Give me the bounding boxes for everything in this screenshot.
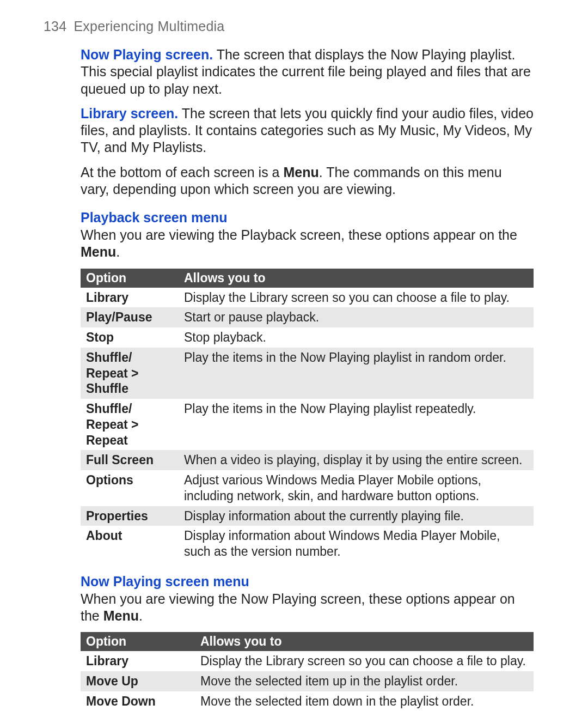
intro-now-playing-menu: When you are viewing the Now Playing scr… [81,591,534,625]
intro2-pre: When you are viewing the Now Playing scr… [81,591,515,623]
lead-now-playing: Now Playing screen. [81,47,213,62]
col-allows: Allows you to [179,269,534,288]
body: Now Playing screen. The screen that disp… [81,46,534,712]
cell-option: Move Down [81,691,195,712]
table-header-row: Option Allows you to [81,269,534,288]
para-now-playing-screen: Now Playing screen. The screen that disp… [81,46,534,98]
intro1-pre: When you are viewing the Playback screen… [81,227,517,242]
cell-option: Move Up [81,671,195,691]
menu-note-pre: At the bottom of each screen is a [81,165,283,180]
table-playback-menu: Option Allows you to Library Display the… [81,269,534,562]
table-row: Stop Stop playback. [81,327,534,348]
table-row: Properties Display information about the… [81,506,534,526]
cell-desc: Start or pause playback. [179,307,534,327]
cell-option: Full Screen [81,450,179,470]
cell-option: Properties [81,506,179,526]
para-menu-note: At the bottom of each screen is a Menu. … [81,164,534,198]
menu-note-bold: Menu [283,165,318,180]
cell-desc: Move the selected item down in the playl… [195,691,534,712]
cell-option: Library [81,288,179,308]
table-row: Move Up Move the selected item up in the… [81,671,534,691]
table-row: Options Adjust various Windows Media Pla… [81,470,534,506]
table-row: Move Down Move the selected item down in… [81,691,534,712]
intro1-bold: Menu [81,244,116,259]
cell-option: Shuffle/ Repeat > Shuffle [81,348,179,399]
cell-desc: Display the Library screen so you can ch… [195,651,534,671]
table-row: Full Screen When a video is playing, dis… [81,450,534,470]
cell-option: Stop [81,327,179,348]
lead-library: Library screen. [81,106,178,121]
intro1-post: . [116,244,120,259]
table-row: Shuffle/ Repeat > Shuffle Play the items… [81,348,534,399]
cell-desc: Move the selected item up in the playlis… [195,671,534,691]
cell-option: Shuffle/ Repeat > Repeat [81,399,179,450]
cell-desc: Stop playback. [179,327,534,348]
cell-option: Options [81,470,179,506]
cell-option: About [81,526,179,562]
para-library-screen: Library screen. The screen that lets you… [81,105,534,156]
cell-desc: Display the Library screen so you can ch… [179,288,534,308]
col-option: Option [81,632,195,651]
table-now-playing-menu: Option Allows you to Library Display the… [81,632,534,711]
page-number: 134 [44,19,66,34]
cell-desc: Play the items in the Now Playing playli… [179,348,534,399]
heading-playback-menu: Playback screen menu [81,210,534,226]
cell-option: Play/Pause [81,307,179,327]
col-option: Option [81,269,179,288]
chapter-title: Experiencing Multimedia [74,19,224,34]
table-row: About Display information about Windows … [81,526,534,562]
cell-desc: When a video is playing, display it by u… [179,450,534,470]
intro-playback-menu: When you are viewing the Playback screen… [81,227,534,261]
table-header-row: Option Allows you to [81,632,534,651]
intro2-post: . [139,608,143,623]
running-header: 134 Experiencing Multimedia [44,19,534,34]
page: 134 Experiencing Multimedia Now Playing … [0,0,588,723]
table-row: Shuffle/ Repeat > Repeat Play the items … [81,399,534,450]
heading-now-playing-menu: Now Playing screen menu [81,574,534,590]
table-row: Library Display the Library screen so yo… [81,288,534,308]
cell-option: Library [81,651,195,671]
col-allows: Allows you to [195,632,534,651]
intro2-bold: Menu [103,608,139,623]
cell-desc: Display information about Windows Media … [179,526,534,562]
cell-desc: Display information about the currently … [179,506,534,526]
table-row: Library Display the Library screen so yo… [81,651,534,671]
cell-desc: Adjust various Windows Media Player Mobi… [179,470,534,506]
cell-desc: Play the items in the Now Playing playli… [179,399,534,450]
table-row: Play/Pause Start or pause playback. [81,307,534,327]
